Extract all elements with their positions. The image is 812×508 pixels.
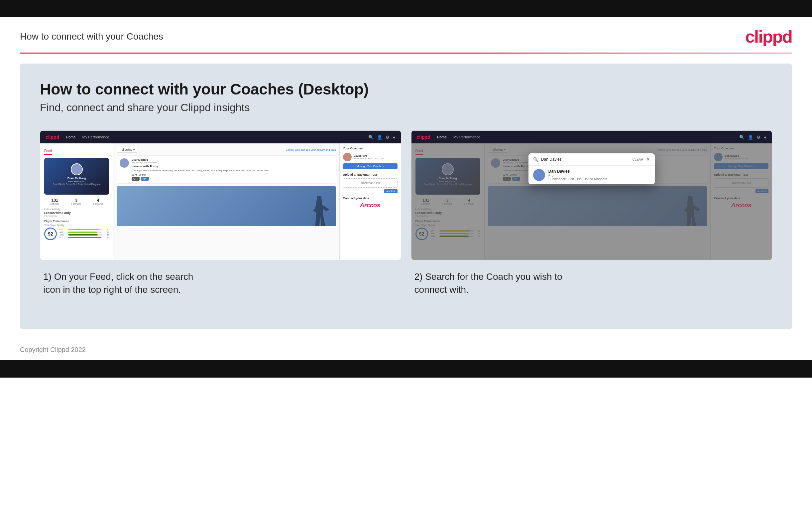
lesson-image <box>117 186 336 226</box>
user-name-1: Blair McHarg <box>48 177 106 180</box>
header: How to connect with your Coaches clippd <box>0 17 812 52</box>
coaches-title-1: Your Coaches <box>343 147 397 150</box>
lesson-desc: Looking to feel like my hands are exitin… <box>132 169 333 172</box>
bar-putt-track <box>68 237 102 238</box>
lesson-actions: OTT APP <box>132 177 333 181</box>
step-2-text: 2) Search for the Coach you wish to conn… <box>415 270 769 296</box>
user-avatar-1 <box>71 163 83 175</box>
screenshot-1-block: clippd Home My Performance 🔍 👤 ⚙ ● <box>40 130 401 296</box>
search-icon-modal: 🔍 <box>533 157 538 162</box>
perf-title: Player Performance <box>44 220 109 222</box>
bottom-bar <box>0 360 812 378</box>
search-nav-icon-2[interactable]: 🔍 <box>739 135 745 140</box>
add-link-btn-1[interactable]: Add Link <box>384 189 397 193</box>
bar-arg: ARG 86 <box>59 234 109 236</box>
coach-info-1: David Ford Royal North Devon Golf Club <box>354 154 397 160</box>
bar-putt-fill <box>68 237 101 238</box>
step-2-line1: 2) Search for the Coach you wish to <box>415 271 562 282</box>
step-1-text: 1) On your Feed, click on the search ico… <box>43 270 398 296</box>
following-label: Following <box>120 148 132 152</box>
stat-fwg-label: Following <box>93 203 103 205</box>
nav-icons-2: 🔍 👤 ⚙ ● <box>739 135 766 140</box>
golfer-silhouette <box>309 196 329 226</box>
btn-off[interactable]: OTT <box>132 177 140 181</box>
app-body-1: Feed Blair McHarg Plus Handicap Royal No… <box>40 143 401 260</box>
result-avatar <box>533 169 545 181</box>
trackman-placeholder: Trackman Link <box>360 181 380 185</box>
search-close-btn[interactable]: ✕ <box>646 157 650 162</box>
user-nav-icon-2[interactable]: 👤 <box>748 135 753 140</box>
result-name: Dan Davies <box>548 169 607 174</box>
step-1-line2: icon in the top right of the screen. <box>43 285 181 295</box>
lesson-meta: Yesterday · Sunningdale <box>132 161 333 164</box>
bar-app-label: APP <box>59 231 67 233</box>
quality-score: 92 <box>44 227 57 240</box>
bar-ott-val: 90 <box>104 228 109 230</box>
trackman-section-1: Upload a Trackman Test Trackman Link Add… <box>343 173 397 193</box>
following-chevron: ▾ <box>133 148 135 152</box>
stat-fol-num: 3 <box>71 198 82 203</box>
screenshot-2: clippd Home My Performance 🔍 👤 ⚙ ● <box>411 130 772 260</box>
step-2-caption: 2) Search for the Coach you wish to conn… <box>411 260 772 296</box>
result-club: Sunningdale Golf Club, United Kingdom <box>548 177 607 181</box>
main-subtitle: Find, connect and share your Clippd insi… <box>40 101 772 114</box>
btn-app[interactable]: APP <box>141 177 149 181</box>
coach-item-1: David Ford Royal North Devon Golf Club <box>343 153 397 161</box>
user-nav-icon[interactable]: 👤 <box>377 135 382 140</box>
nav-link-performance: My Performance <box>83 135 109 139</box>
lesson-avatar <box>120 158 129 168</box>
search-nav-icon[interactable]: 🔍 <box>368 135 374 140</box>
app-nav-2: clippd Home My Performance 🔍 👤 ⚙ ● <box>412 131 772 143</box>
mock-app-2: clippd Home My Performance 🔍 👤 ⚙ ● <box>412 131 772 260</box>
lesson-duration: 01 hr : 30 min <box>132 174 333 176</box>
coach-name-1: David Ford <box>354 154 397 157</box>
user-club-1: Royal North Devon Golf Club, United King… <box>48 183 106 185</box>
right-panel-1: Your Coaches David Ford Royal North Devo… <box>339 143 401 260</box>
lesson-info: Blair McHarg Yesterday · Sunningdale Les… <box>132 158 333 181</box>
bar-app-val: 85 <box>104 231 109 233</box>
latest-activity-label: Latest Activity <box>44 208 109 211</box>
connect-section-1: Connect your data Arccos <box>343 197 397 209</box>
nav-link-home: Home <box>66 135 76 139</box>
trackman-field[interactable] <box>343 189 383 193</box>
step-2-line2: connect with. <box>415 285 469 295</box>
lesson-title: Lesson with Fordy <box>132 165 333 168</box>
footer: Copyright Clippd 2022 <box>0 339 812 360</box>
result-info: Dan Davies Pro Sunningdale Golf Club, Un… <box>548 169 607 181</box>
step-1-caption: 1) On your Feed, click on the search ico… <box>40 260 401 296</box>
app-nav-logo-2: clippd <box>417 134 430 140</box>
avatar-nav-icon[interactable]: ● <box>393 135 395 140</box>
bar-ott-track <box>68 229 102 230</box>
stat-act-label: Activities <box>50 203 59 205</box>
bar-app-fill <box>68 231 97 233</box>
following-btn[interactable]: Following ▾ <box>117 147 138 153</box>
copyright: Copyright Clippd 2022 <box>20 346 86 353</box>
search-input-text[interactable]: Dan Davies <box>541 157 630 162</box>
search-result-item[interactable]: Dan Davies Pro Sunningdale Golf Club, Un… <box>528 166 655 184</box>
control-link[interactable]: Control who can see your activity and da… <box>286 149 336 152</box>
activity-date: 03 Aug 2022 <box>44 215 109 217</box>
settings-nav-icon[interactable]: ⚙ <box>386 135 389 140</box>
search-clear-btn[interactable]: CLEAR <box>632 158 643 161</box>
user-banner: Blair McHarg Plus Handicap Royal North D… <box>44 158 109 195</box>
screenshots-row: clippd Home My Performance 🔍 👤 ⚙ ● <box>40 130 772 296</box>
manage-coaches-btn-1[interactable]: Manage Your Coaches <box>343 163 397 169</box>
avatar-nav-icon-2[interactable]: ● <box>764 135 766 140</box>
left-panel-1: Feed Blair McHarg Plus Handicap Royal No… <box>40 143 113 260</box>
settings-nav-icon-2[interactable]: ⚙ <box>757 135 761 140</box>
bar-ott-fill <box>68 229 99 230</box>
header-divider <box>20 52 792 53</box>
result-role: Pro <box>548 174 607 177</box>
lesson-card: Blair McHarg Yesterday · Sunningdale Les… <box>117 155 336 184</box>
app-nav-1: clippd Home My Performance 🔍 👤 ⚙ ● <box>40 131 401 143</box>
nav-link-home-2: Home <box>437 135 447 139</box>
clippd-logo: clippd <box>745 27 792 47</box>
bar-arg-fill <box>68 234 98 236</box>
middle-panel-1: Following ▾ Control who can see your act… <box>113 143 339 260</box>
bar-ott: OTT 90 <box>59 228 109 230</box>
quality-bars: OTT 90 APP 85 <box>59 228 109 239</box>
bar-ott-label: OTT <box>59 228 67 230</box>
trackman-box-1: Trackman Link <box>343 178 397 187</box>
bar-putt-val: 96 <box>104 237 109 239</box>
stat-followers: 3 Followers <box>71 198 82 205</box>
